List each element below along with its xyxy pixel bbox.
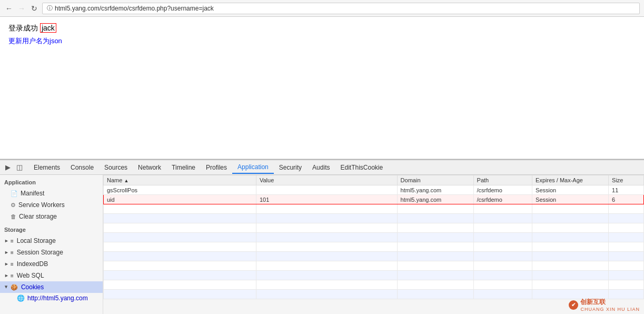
forward-button[interactable]: → [17, 4, 26, 13]
sort-arrow-name: ▲ [124, 178, 128, 183]
watermark-icon: ✔ [569, 300, 578, 310]
back-button[interactable]: ← [4, 4, 14, 13]
tab-security[interactable]: Security [274, 162, 307, 173]
tab-sources[interactable]: Sources [99, 162, 133, 173]
cell-domain: html5.yang.com [397, 195, 473, 204]
col-domain: Domain [397, 175, 473, 185]
cell-domain: html5.yang.com [397, 185, 473, 195]
local-storage-icon: ≡ [11, 238, 14, 244]
select-element-button[interactable]: ▶ [2, 162, 14, 173]
service-workers-icon: ⚙ [11, 202, 16, 209]
service-workers-label: Service Workers [18, 201, 65, 209]
col-path: Path [473, 175, 532, 185]
devtools-body: Application 📄 Manifest ⚙ Service Workers… [0, 175, 644, 314]
cell-name: gsScrollPos [104, 185, 256, 195]
tab-console[interactable]: Console [65, 162, 99, 173]
table-row[interactable]: gsScrollPos html5.yang.com /csrfdemo Ses… [104, 185, 644, 195]
sidebar-item-manifest[interactable]: 📄 Manifest [0, 188, 103, 199]
sidebar-item-local-storage[interactable]: ► ≡ Local Storage [0, 235, 103, 247]
tab-editthiscookie[interactable]: EditThisCookie [335, 162, 388, 173]
tab-profiles[interactable]: Profiles [201, 162, 232, 173]
cell-size: 11 [609, 185, 644, 195]
tab-timeline[interactable]: Timeline [166, 162, 201, 173]
table-empty-row [104, 290, 644, 299]
devtools-sidebar: Application 📄 Manifest ⚙ Service Workers… [0, 175, 103, 314]
url-text: html5.yang.com/csrfdemo/csrfdemo.php?use… [55, 5, 214, 12]
cookies-arrow: ► [4, 285, 9, 290]
username-display: jack [40, 23, 56, 33]
indexeddb-label: IndexedDB [17, 260, 48, 268]
web-sql-icon: ≡ [11, 273, 14, 279]
devtools-main: Name ▲ Value Domain Path Expires / Max-A… [103, 175, 644, 314]
table-empty-row [104, 242, 644, 252]
devtools-toolbar: ▶ ◫ Elements Console Sources Network Tim… [0, 160, 644, 175]
login-text: 登录成功 [8, 24, 38, 32]
sidebar-item-session-storage[interactable]: ► ≡ Session Storage [0, 247, 103, 258]
storage-section-header: Storage [0, 224, 103, 235]
sidebar-sub-item-cookie-url[interactable]: 🌐 http://html5.yang.com [0, 293, 103, 303]
session-storage-arrow: ► [4, 250, 9, 255]
cell-expires: Session [532, 185, 609, 195]
table-empty-row [104, 233, 644, 242]
local-storage-arrow: ► [4, 238, 9, 243]
table-empty-row [104, 214, 644, 223]
tab-elements[interactable]: Elements [28, 162, 65, 173]
table-empty-row [104, 204, 644, 214]
cookies-table: Name ▲ Value Domain Path Expires / Max-A… [103, 175, 644, 299]
tab-application[interactable]: Application [232, 161, 274, 174]
web-sql-arrow: ► [4, 273, 9, 278]
devtools-tabs: Elements Console Sources Network Timelin… [28, 161, 388, 174]
local-storage-label: Local Storage [17, 237, 56, 244]
watermark-sub-text: CHUANG XIN HU LIAN [580, 307, 640, 312]
cell-value: 101 [256, 195, 397, 204]
tab-audits[interactable]: Audits [307, 162, 335, 173]
login-message: 登录成功 jack [8, 23, 636, 33]
cookie-url-label: http://html5.yang.com [27, 295, 88, 302]
sidebar-item-web-sql[interactable]: ► ≡ Web SQL [0, 270, 103, 281]
table-empty-row [104, 261, 644, 271]
application-section-header: Application [0, 177, 103, 188]
table-row-highlighted[interactable]: uid 101 html5.yang.com /csrfdemo Session… [104, 195, 644, 204]
session-storage-icon: ≡ [11, 250, 14, 256]
watermark: ✔ 创新互联 CHUANG XIN HU LIAN [569, 298, 640, 312]
cell-path: /csrfdemo [473, 185, 532, 195]
col-name: Name ▲ [104, 175, 256, 185]
table-empty-row [104, 252, 644, 261]
table-empty-row [104, 223, 644, 233]
cell-value [256, 185, 397, 195]
cookies-table-wrapper[interactable]: Name ▲ Value Domain Path Expires / Max-A… [103, 175, 644, 314]
cell-size: 6 [609, 195, 644, 204]
indexeddb-icon: ≡ [11, 261, 14, 267]
watermark-main-text: 创新互联 [580, 298, 640, 307]
address-bar[interactable]: ⓘ html5.yang.com/csrfdemo/csrfdemo.php?u… [42, 3, 640, 14]
clear-storage-icon: 🗑 [11, 213, 16, 220]
update-username-link[interactable]: 更新用户名为json [8, 37, 62, 45]
sidebar-item-cookies[interactable]: ► 🍪 Cookies [0, 281, 103, 293]
clear-storage-label: Clear storage [19, 213, 57, 220]
device-toolbar-button[interactable]: ◫ [14, 162, 25, 173]
tab-network[interactable]: Network [133, 162, 166, 173]
globe-icon: 🌐 [17, 295, 25, 302]
manifest-label: Manifest [21, 190, 44, 197]
browser-chrome: ← → ↻ ⓘ html5.yang.com/csrfdemo/csrfdemo… [0, 0, 644, 17]
cell-path: /csrfdemo [473, 195, 532, 204]
col-size: Size [609, 175, 644, 185]
cell-name: uid [104, 195, 256, 204]
indexeddb-arrow: ► [4, 261, 9, 267]
cell-expires: Session [532, 195, 609, 204]
refresh-button[interactable]: ↻ [29, 4, 39, 13]
manifest-icon: 📄 [11, 190, 18, 197]
sidebar-item-clear-storage[interactable]: 🗑 Clear storage [0, 211, 103, 222]
col-value: Value [256, 175, 397, 185]
session-storage-label: Session Storage [17, 249, 63, 256]
cookies-icon: 🍪 [11, 284, 18, 291]
devtools-panel: ▶ ◫ Elements Console Sources Network Tim… [0, 159, 644, 314]
col-expires: Expires / Max-Age [532, 175, 609, 185]
table-empty-row [104, 280, 644, 290]
sidebar-item-indexeddb[interactable]: ► ≡ IndexedDB [0, 258, 103, 270]
watermark-text: 创新互联 CHUANG XIN HU LIAN [580, 298, 640, 312]
sidebar-item-service-workers[interactable]: ⚙ Service Workers [0, 199, 103, 211]
web-sql-label: Web SQL [17, 272, 44, 279]
page-content: 登录成功 jack 更新用户名为json [0, 17, 644, 159]
cookies-label: Cookies [21, 283, 44, 291]
